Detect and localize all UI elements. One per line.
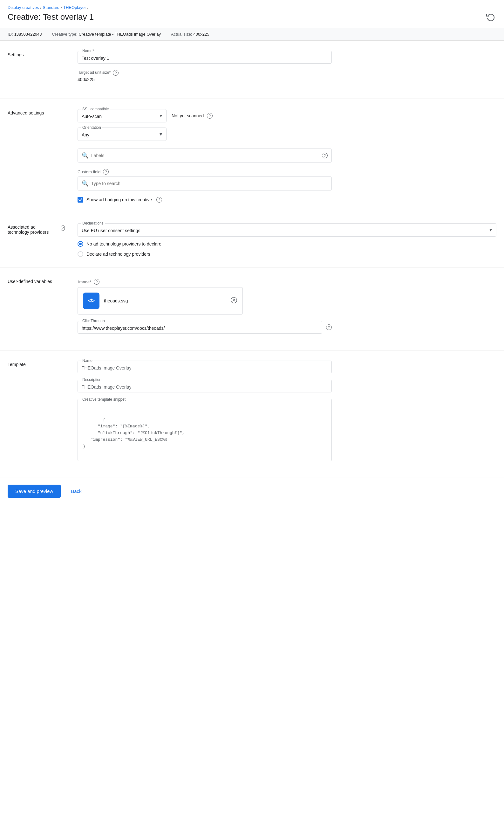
clickthrough-input[interactable] xyxy=(82,326,318,331)
save-preview-button[interactable]: Save and preview xyxy=(8,485,61,498)
radio-no-declare-label: No ad technology providers to declare xyxy=(86,241,161,246)
clickthrough-wrapper: ClickThrough ? xyxy=(78,321,332,333)
ad-badging-row: Show ad badging on this creative ? xyxy=(78,197,496,202)
template-description-input xyxy=(82,384,328,389)
associated-help-icon[interactable]: ? xyxy=(61,225,65,231)
template-content: Name Description Creative template snipp… xyxy=(78,360,496,468)
settings-content: Name* Target ad unit size* ? 400x225 xyxy=(78,51,496,88)
clickthrough-help-icon[interactable]: ? xyxy=(326,324,332,330)
meta-size: Actual size:400x225 xyxy=(171,32,209,37)
custom-field-search-icon: 🔍 xyxy=(82,180,89,187)
file-remove-icon[interactable] xyxy=(230,297,237,305)
template-snippet-value: { "image": "[%Image%]", "clickThrough": … xyxy=(83,418,185,449)
meta-bar: ID:138503422043 Creative type:Creative t… xyxy=(0,28,504,41)
clickthrough-input-wrapper: ClickThrough xyxy=(78,321,322,333)
template-name-field: Name xyxy=(78,360,332,373)
breadcrumb-theoplayer[interactable]: THEOplayer xyxy=(63,5,86,10)
advanced-settings-content: SSL compatible Auto-scan Yes No ▼ Not ye… xyxy=(78,109,496,202)
breadcrumb: Display creatives › Standard › THEOplaye… xyxy=(0,0,504,11)
clickthrough-label: ClickThrough xyxy=(81,319,106,323)
template-section: Template Name Description Creative templ… xyxy=(0,350,504,478)
labels-search-input[interactable] xyxy=(91,153,322,158)
template-snippet-field: Creative template snippet { "image": "[%… xyxy=(78,399,332,461)
template-description-field: Description xyxy=(78,380,332,392)
user-vars-section: User-defined variables Image* ? </> theo… xyxy=(0,267,504,350)
custom-field-search-wrapper: 🔍 xyxy=(78,176,332,190)
ssl-row: SSL compatible Auto-scan Yes No ▼ Not ye… xyxy=(78,109,496,122)
advanced-settings-label: Advanced settings xyxy=(8,109,65,202)
image-help-icon[interactable]: ? xyxy=(94,279,99,284)
labels-search-icon: 🔍 xyxy=(82,152,89,159)
name-field-group: Name* xyxy=(78,51,332,64)
file-upload-area: </> theoads.svg xyxy=(78,287,243,314)
orientation-select[interactable]: Any Landscape Portrait xyxy=(78,128,166,141)
labels-help-icon[interactable]: ? xyxy=(322,153,328,158)
associated-section: Associated ad technology providers ? Dec… xyxy=(0,213,504,267)
ssl-status-help-icon[interactable]: ? xyxy=(207,113,213,119)
name-input-wrapper: Name* xyxy=(78,51,332,64)
associated-label: Associated ad technology providers ? xyxy=(8,223,65,257)
radio-no-declare[interactable] xyxy=(78,241,83,247)
template-name-input xyxy=(82,365,328,370)
template-name-label: Name xyxy=(81,358,94,363)
user-vars-label: User-defined variables xyxy=(8,278,65,340)
breadcrumb-sep-3: › xyxy=(87,5,89,10)
custom-field-help-icon[interactable]: ? xyxy=(103,169,109,175)
breadcrumb-sep-2: › xyxy=(61,5,62,10)
template-snippet-label: Creative template snippet xyxy=(81,396,127,402)
page-title: Creative: Test overlay 1 xyxy=(8,12,94,22)
declarations-dropdown-wrapper: Declarations Use EU user consent setting… xyxy=(78,223,496,236)
custom-field-label: Custom field ? xyxy=(78,169,496,175)
name-label: Name* xyxy=(81,49,95,53)
file-name: theoads.svg xyxy=(104,298,128,303)
orientation-dropdown-wrapper: Orientation Any Landscape Portrait ▼ xyxy=(78,127,167,141)
meta-id: ID:138503422043 xyxy=(8,32,42,37)
meta-type: Creative type:Creative template - THEOad… xyxy=(52,32,161,37)
target-size-value: 400x225 xyxy=(78,77,496,82)
ad-badging-checkbox[interactable] xyxy=(78,197,83,202)
breadcrumb-display-creatives[interactable]: Display creatives xyxy=(8,5,39,10)
settings-label: Settings xyxy=(8,51,65,88)
image-field-group: Image* ? </> theoads.svg xyxy=(78,279,496,314)
ad-badging-label: Show ad badging on this creative xyxy=(86,197,152,202)
name-input[interactable] xyxy=(82,56,328,61)
file-icon: </> xyxy=(83,292,99,309)
clickthrough-field-group: ClickThrough ? xyxy=(78,321,332,333)
sections: Settings Name* Target ad unit size* ? 40… xyxy=(0,41,504,478)
history-icon[interactable] xyxy=(485,11,496,23)
ad-badging-help-icon[interactable]: ? xyxy=(156,197,162,202)
template-label: Template xyxy=(8,360,65,468)
ssl-dropdown-wrapper: SSL compatible Auto-scan Yes No ▼ xyxy=(78,109,167,122)
associated-content: Declarations Use EU user consent setting… xyxy=(78,223,496,257)
breadcrumb-sep-1: › xyxy=(40,5,41,10)
footer: Save and preview Back xyxy=(0,478,504,504)
template-description-label: Description xyxy=(81,377,103,382)
settings-section: Settings Name* Target ad unit size* ? 40… xyxy=(0,41,504,99)
custom-field-input[interactable] xyxy=(91,181,328,186)
user-vars-content: Image* ? </> theoads.svg xyxy=(78,278,496,340)
breadcrumb-standard[interactable]: Standard xyxy=(43,5,59,10)
template-name-wrapper: Name xyxy=(78,360,332,373)
radio-declare-label: Declare ad technology providers xyxy=(86,251,150,257)
labels-field-group: 🔍 ? xyxy=(78,148,332,162)
template-description-wrapper: Description xyxy=(78,380,332,392)
declarations-select[interactable]: Use EU user consent settings Declare all… xyxy=(78,223,496,236)
ssl-status: Not yet scanned ? xyxy=(172,113,213,119)
radio-declare-row: Declare ad technology providers xyxy=(78,251,496,257)
labels-search-wrapper: 🔍 ? xyxy=(78,148,332,162)
advanced-settings-section: Advanced settings SSL compatible Auto-sc… xyxy=(0,99,504,213)
target-size-field-group: Target ad unit size* ? 400x225 xyxy=(78,70,496,82)
code-icon: </> xyxy=(88,298,94,304)
radio-no-declare-inner xyxy=(79,243,82,245)
ssl-select[interactable]: Auto-scan Yes No xyxy=(78,109,166,122)
image-label: Image* ? xyxy=(78,279,496,284)
target-size-help-icon[interactable]: ? xyxy=(113,70,119,76)
radio-declare[interactable] xyxy=(78,251,83,257)
orientation-dropdown: Orientation Any Landscape Portrait ▼ xyxy=(78,127,167,141)
page-title-row: Creative: Test overlay 1 xyxy=(0,11,504,28)
back-button[interactable]: Back xyxy=(66,485,86,498)
target-size-label: Target ad unit size* ? xyxy=(78,70,496,76)
custom-field-group: 🔍 xyxy=(78,176,332,190)
radio-no-declare-row: No ad technology providers to declare xyxy=(78,241,496,247)
